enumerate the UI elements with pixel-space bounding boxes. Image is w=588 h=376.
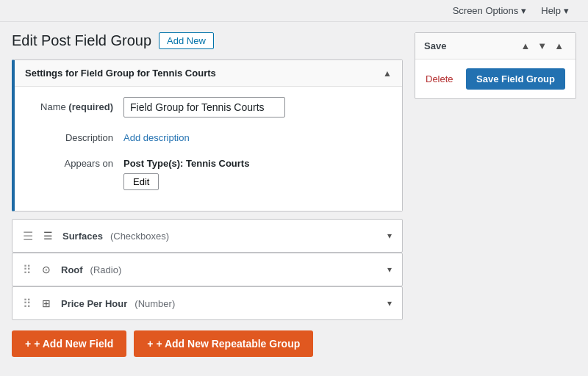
save-panel-up-button[interactable]: ▲	[517, 39, 533, 53]
add-group-label: + Add New Repeatable Group	[156, 338, 300, 350]
field-panel-left: ⠿ ⊞ Price Per Hour (Number)	[23, 296, 175, 311]
help-button[interactable]: Help ▾	[534, 2, 576, 19]
field-type-icon: ⊙	[39, 262, 54, 277]
field-type-label: (Number)	[135, 298, 175, 309]
add-field-label: + Add New Field	[34, 338, 113, 350]
save-panel-title: Save	[424, 40, 446, 51]
field-chevron-icon: ▾	[387, 264, 392, 275]
field-chevron-icon: ▾	[387, 298, 392, 308]
drag-handle-icon[interactable]: ⠿	[23, 297, 32, 311]
field-panel-row[interactable]: ☰ ☰ Surfaces (Checkboxes) ▾	[12, 220, 402, 252]
field-type-icon: ⊞	[39, 296, 54, 311]
screen-options-label: Screen Options	[453, 5, 519, 16]
settings-panel: Settings for Field Group for Tennis Cour…	[12, 59, 403, 212]
description-label: Description	[28, 128, 123, 143]
field-panel: ⠿ ⊞ Price Per Hour (Number) ▾	[12, 286, 403, 320]
description-row: Description Add description	[28, 128, 389, 143]
settings-panel-chevron-icon: ▲	[383, 68, 392, 79]
edit-appears-on-button[interactable]: Edit	[123, 173, 159, 190]
name-input[interactable]	[123, 97, 285, 118]
save-field-group-button[interactable]: Save Field Group	[466, 68, 565, 90]
settings-panel-title: Settings for Field Group for Tennis Cour…	[25, 68, 216, 79]
add-field-icon: +	[25, 338, 31, 350]
help-label: Help	[541, 5, 561, 16]
page-title: Edit Post Field Group	[12, 32, 151, 49]
field-name: Price Per Hour	[61, 298, 127, 309]
content-wrap: Edit Post Field Group Add New Settings f…	[0, 22, 588, 376]
field-panel: ⠿ ⊙ Roof (Radio) ▾	[12, 253, 403, 286]
field-panel-left: ⠿ ⊙ Roof (Radio)	[23, 262, 121, 277]
main-column: Edit Post Field Group Add New Settings f…	[12, 32, 403, 366]
drag-handle-icon[interactable]: ⠿	[23, 263, 32, 277]
field-name: Roof	[61, 264, 83, 275]
appears-on-row: Appears on Post Type(s): Tennis Courts E…	[28, 153, 389, 190]
name-label: Name (required)	[28, 97, 123, 112]
add-group-icon: +	[147, 338, 153, 350]
field-name: Surfaces	[62, 231, 103, 242]
fields-container: ☰ ☰ Surfaces (Checkboxes) ▾ ⠿ ⊙ Roof (Ra…	[12, 219, 403, 320]
side-column: Save ▲ ▼ ▲ Delete Save Field Group	[415, 32, 576, 366]
name-row: Name (required)	[28, 97, 389, 118]
save-panel-controls: ▲ ▼ ▲	[517, 39, 567, 53]
save-panel-down-button[interactable]: ▼	[534, 39, 550, 53]
name-required: (required)	[68, 101, 113, 112]
settings-panel-body: Name (required) Description Add descript…	[15, 87, 402, 211]
save-panel-body: Delete Save Field Group	[415, 59, 576, 98]
add-new-field-button[interactable]: + + Add New Field	[12, 330, 126, 357]
bottom-buttons: + + Add New Field + + Add New Repeatable…	[12, 330, 403, 357]
field-type-icon: ☰	[40, 228, 55, 243]
add-description-link[interactable]: Add description	[123, 128, 190, 143]
add-new-repeatable-group-button[interactable]: + + Add New Repeatable Group	[134, 330, 313, 357]
field-panel: ☰ ☰ Surfaces (Checkboxes) ▾	[12, 219, 403, 253]
field-chevron-icon: ▾	[387, 231, 392, 241]
field-panel-row[interactable]: ⠿ ⊞ Price Per Hour (Number) ▾	[12, 287, 402, 319]
screen-options-chevron-icon: ▾	[521, 5, 526, 16]
drag-handle-icon[interactable]: ☰	[23, 229, 33, 243]
delete-link[interactable]: Delete	[426, 73, 453, 84]
screen-options-button[interactable]: Screen Options ▾	[445, 2, 534, 19]
field-type-label: (Checkboxes)	[110, 231, 169, 242]
field-panel-row[interactable]: ⠿ ⊙ Roof (Radio) ▾	[12, 253, 402, 286]
add-new-button[interactable]: Add New	[159, 32, 214, 49]
appears-on-text: Post Type(s): Tennis Courts	[123, 158, 249, 169]
save-panel-collapse-button[interactable]: ▲	[551, 39, 567, 53]
page-title-row: Edit Post Field Group Add New	[12, 32, 403, 49]
help-chevron-icon: ▾	[564, 5, 569, 16]
field-panel-left: ☰ ☰ Surfaces (Checkboxes)	[23, 228, 169, 243]
save-panel-header: Save ▲ ▼ ▲	[415, 33, 576, 59]
appears-on-label: Appears on	[28, 153, 123, 169]
settings-panel-header[interactable]: Settings for Field Group for Tennis Cour…	[15, 60, 402, 87]
appears-on-value: Post Type(s): Tennis Courts Edit	[123, 153, 249, 190]
save-panel: Save ▲ ▼ ▲ Delete Save Field Group	[415, 32, 576, 99]
field-type-label: (Radio)	[90, 264, 122, 275]
top-bar: Screen Options ▾ Help ▾	[0, 0, 588, 22]
